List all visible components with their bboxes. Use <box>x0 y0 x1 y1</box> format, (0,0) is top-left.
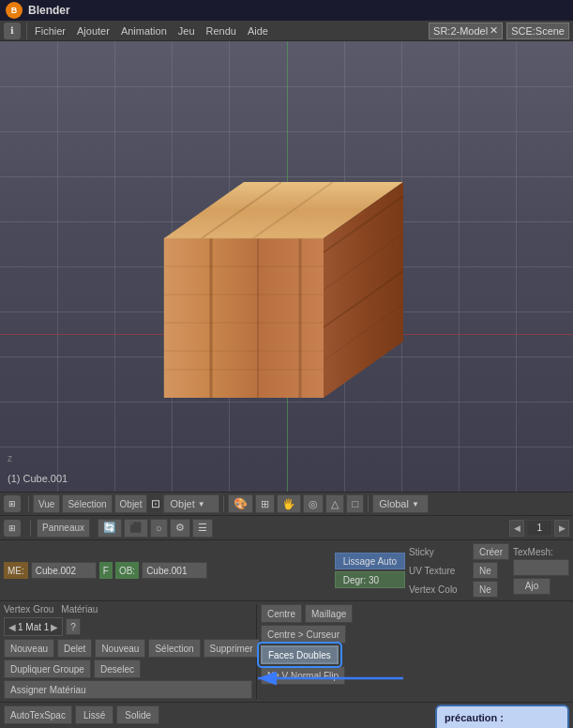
vertex-colo-label: Vertex Colo <box>409 584 470 595</box>
object-menu-btn[interactable]: Objet <box>114 494 148 513</box>
tab-icon-5[interactable]: ☰ <box>192 519 213 538</box>
delet-btn[interactable]: Delet <box>57 639 92 658</box>
global-dropdown[interactable]: Global ▼ <box>372 494 429 513</box>
texmesh-value[interactable] <box>513 559 569 576</box>
scene-dropdown-sce[interactable]: SCE:Scene <box>506 23 569 39</box>
ob-value[interactable]: Cube.001 <box>142 562 207 579</box>
cube-3d <box>113 107 450 426</box>
separator <box>26 23 27 39</box>
question-btn[interactable]: ? <box>66 618 81 635</box>
menu-bar: ℹ Fichier Ajouter Animation Jeu Rendu Ai… <box>0 21 573 41</box>
centre-curseur-row: Centre > Curseur <box>261 625 569 644</box>
lissage-auto-btn[interactable]: Lissage Auto <box>335 553 405 569</box>
toolbar-sep-2 <box>223 495 224 512</box>
mat-list[interactable]: ◀ 1 Mat 1 ▶ <box>4 617 63 636</box>
auto-tex-spac-btn[interactable]: AutoTexSpac <box>4 705 72 724</box>
centre-maillage-row: Centre Maillage <box>261 604 569 623</box>
deselec-btn[interactable]: Deselec <box>94 660 141 678</box>
select-menu-btn[interactable]: Sélection <box>62 494 112 513</box>
uv-btn[interactable]: Ne <box>473 562 498 579</box>
page-num: 1 <box>526 520 552 537</box>
render-icon-btn[interactable]: 🎨 <box>228 494 253 513</box>
tab-icon-2[interactable]: ⬛ <box>124 519 148 538</box>
panel-header: ⊞ Panneaux 🔄 ⬛ ○ ⚙ ☰ ◀ 1 ▶ <box>0 516 573 540</box>
vertex-btn[interactable]: Ne <box>473 581 498 598</box>
menu-aide[interactable]: Aide <box>242 23 274 38</box>
panneaux-btn[interactable]: Panneaux <box>37 519 90 538</box>
scene-dropdown-sr[interactable]: SR:2-Model ✕ <box>429 23 503 39</box>
grid-icon-btn[interactable]: ⊞ <box>255 494 275 513</box>
mat-count-text: 1 Mat 1 <box>18 622 49 632</box>
page-prev-btn[interactable]: ◀ <box>509 520 524 537</box>
ajo-btn[interactable]: Ajo <box>513 578 550 595</box>
object-label: (1) Cube.001 <box>8 473 68 484</box>
menu-rendu[interactable]: Rendu <box>201 23 242 38</box>
panel-sep <box>30 520 31 537</box>
menu-jeu[interactable]: Jeu <box>173 23 201 38</box>
solide-btn[interactable]: Solide <box>116 705 159 724</box>
panel-row-2: Vertex Grou Matériau ◀ 1 Mat 1 ▶ ? Nouve… <box>0 601 573 703</box>
view-toolbar: ⊞ Vue Sélection Objet ⊡ Objet ▼ 🎨 ⊞ 🖐 ◎ … <box>0 492 573 516</box>
me-prefix: ME: <box>4 562 28 579</box>
dupliquer-btn[interactable]: Dupliquer Groupe <box>4 660 91 678</box>
faces-doubles-wrapper: Faces Doubles <box>261 645 339 664</box>
lissage-section: Lissage Auto Degr: 30 Sticky Créer UV Te… <box>335 543 569 598</box>
centre-curseur-btn[interactable]: Centre > Curseur <box>261 625 346 644</box>
sticky-btn[interactable]: Créer <box>473 543 509 560</box>
mirror-icon-btn[interactable]: △ <box>325 494 344 513</box>
page-next-btn[interactable]: ▶ <box>554 520 569 537</box>
callout-box: précaution : dévalider "double face" <box>435 705 569 728</box>
menu-ajouter[interactable]: Ajouter <box>71 23 115 38</box>
toolbar-sep-1 <box>28 495 29 512</box>
right-buttons-section: Centre Maillage Centre > Curseur Faces D… <box>261 604 569 699</box>
tab-icon-1[interactable]: 🔄 <box>98 519 122 538</box>
centre-btn[interactable]: Centre <box>261 604 302 623</box>
view-info-icon[interactable]: ⊞ <box>4 495 21 512</box>
assigner-btn[interactable]: Assigner Matériau <box>4 680 252 699</box>
faces-doubles-btn[interactable]: Faces Doubles <box>261 645 339 664</box>
vertex-grou-label: Vertex Grou <box>4 604 53 614</box>
menu-animation[interactable]: Animation <box>115 23 173 38</box>
me-ob-section: ME: Cube.002 F OB: Cube.001 <box>4 562 207 579</box>
z-axis-label: z <box>8 453 12 463</box>
magnet-icon-btn[interactable]: 🖐 <box>277 494 301 513</box>
faces-doubles-row: Faces Doubles <box>261 645 569 664</box>
me-value[interactable]: Cube.002 <box>31 562 97 579</box>
deg-field[interactable]: Degr: 30 <box>335 571 405 588</box>
tab-icon-3[interactable]: ○ <box>150 519 168 538</box>
blender-logo: B <box>6 2 23 19</box>
texmesh-label: TexMesh: <box>513 547 569 557</box>
uv-texture-label: UV Texture <box>409 566 470 576</box>
view-menu-btn[interactable]: Vue <box>33 494 60 513</box>
materiau-label: Matériau <box>61 604 98 614</box>
maillage-btn[interactable]: Maillage <box>305 604 353 623</box>
tab-icon-4[interactable]: ⚙ <box>170 519 190 538</box>
lisse-btn[interactable]: Lissé <box>75 705 113 724</box>
selection-btn[interactable]: Sélection <box>148 639 200 658</box>
sticky-label: Sticky <box>409 547 470 557</box>
ob-prefix: OB: <box>115 562 139 579</box>
menu-fichier[interactable]: Fichier <box>29 23 71 38</box>
panel-info-icon[interactable]: ⊞ <box>4 520 21 537</box>
ne-v-normal-btn[interactable]: Ne V Normal Flip <box>261 666 345 685</box>
supprimer-btn[interactable]: Supprimer <box>204 639 260 658</box>
info-icon[interactable]: ℹ <box>4 23 21 39</box>
scene-selector: SR:2-Model ✕ SCE:Scene <box>429 23 569 39</box>
viewport-3d[interactable]: z (1) Cube.001 <box>0 41 573 492</box>
vertex-mat-section: Vertex Grou Matériau ◀ 1 Mat 1 ▶ ? Nouve… <box>4 604 257 699</box>
toolbar-sep-3 <box>368 495 369 512</box>
app-title: Blender <box>28 4 70 17</box>
panel-row-1: ME: Cube.002 F OB: Cube.001 Lissage Auto… <box>0 540 573 601</box>
bottom-area: ⊞ Panneaux 🔄 ⬛ ○ ⚙ ☰ ◀ 1 ▶ ME: Cube.002 … <box>0 516 573 728</box>
snap-icon-btn[interactable]: □ <box>346 494 364 513</box>
mode-dropdown[interactable]: Objet ▼ <box>163 494 219 513</box>
pivot-icon-btn[interactable]: ◎ <box>303 494 324 513</box>
ne-v-normal-row: Ne V Normal Flip <box>261 666 569 685</box>
nouveau1-btn[interactable]: Nouveau <box>4 639 54 658</box>
title-bar: B Blender <box>0 0 573 21</box>
f-prefix: F <box>99 562 113 579</box>
nouveau2-btn[interactable]: Nouveau <box>95 639 145 658</box>
